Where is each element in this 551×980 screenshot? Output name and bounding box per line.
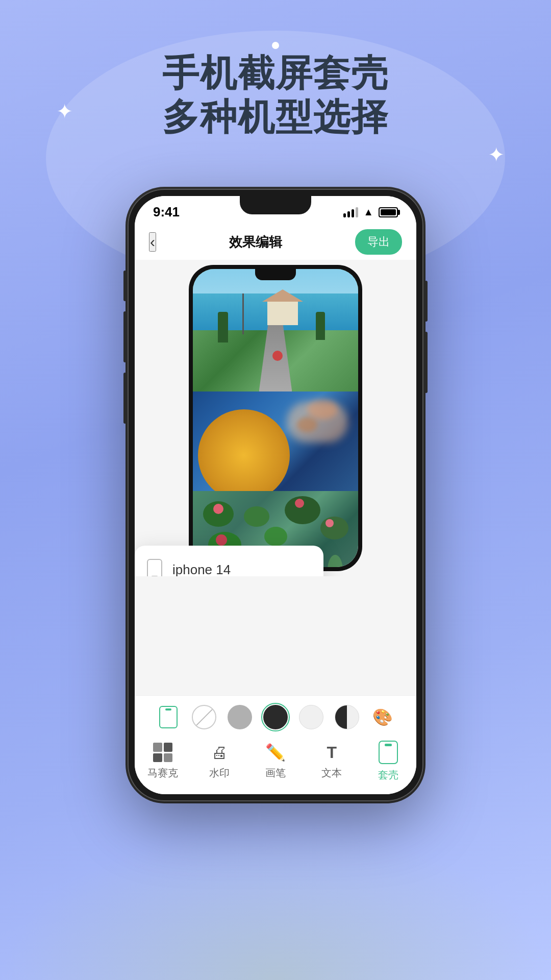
color-option-none[interactable] [192, 705, 216, 729]
phone-icon-iphone14 [147, 559, 162, 576]
tool-pen[interactable]: ✏️ 画笔 [253, 743, 298, 780]
battery-icon [379, 207, 398, 217]
tool-mosaic[interactable]: 马赛克 [140, 743, 186, 780]
bottom-toolbar: 🎨 马赛克 🖨 水印 ✏️ 画笔 [135, 695, 416, 794]
tool-watermark[interactable]: 🖨 水印 [196, 743, 242, 780]
header-title: 手机截屏套壳 多种机型选择 [0, 51, 551, 139]
mosaic-icon [153, 743, 172, 762]
device-dropdown: iphone 14 iphone 14 Plus iphone 14 Pro i… [135, 546, 323, 576]
color-option-moon[interactable] [335, 705, 359, 729]
volume-button-right [424, 332, 428, 393]
tool-row: 马赛克 🖨 水印 ✏️ 画笔 T 文本 [135, 736, 416, 794]
wifi-icon: ▲ [363, 206, 373, 218]
sparkle-right: ✦ [488, 143, 505, 166]
color-options-row: 🎨 [135, 696, 416, 736]
image-panel-2 [193, 391, 358, 491]
volume-down-button [123, 373, 127, 424]
status-time: 9:41 [153, 204, 180, 220]
tool-text[interactable]: T 文本 [309, 743, 355, 780]
export-button[interactable]: 导出 [355, 229, 402, 255]
image-panel-1 [193, 269, 358, 391]
dropdown-label-iphone14: iphone 14 [172, 562, 231, 577]
tool-label-text: 文本 [321, 766, 342, 780]
frame-icon [379, 741, 398, 764]
background-bottom [0, 827, 551, 980]
silent-switch [123, 271, 127, 301]
color-option-gray[interactable] [228, 705, 252, 729]
status-icons: ▲ [343, 206, 398, 218]
pen-icon: ✏️ [265, 743, 286, 762]
color-frame-icon[interactable] [156, 705, 181, 729]
color-option-dark[interactable] [263, 705, 288, 729]
app-title: 效果编辑 [229, 233, 282, 251]
signal-icon [343, 207, 358, 217]
tool-label-frame: 套壳 [378, 768, 398, 782]
color-option-white[interactable] [299, 705, 323, 729]
volume-up-button [123, 311, 127, 362]
tool-frame[interactable]: 套壳 [365, 741, 411, 782]
color-option-palette[interactable]: 🎨 [370, 705, 395, 729]
app-bar: ‹ 效果编辑 导出 [135, 224, 416, 260]
power-button [424, 281, 428, 322]
phone-screen: 9:41 ▲ ‹ 效果编辑 导出 [135, 196, 416, 794]
watermark-icon: 🖨 [211, 743, 228, 762]
tool-label-pen: 画笔 [265, 766, 286, 780]
tool-label-mosaic: 马赛克 [147, 766, 178, 780]
phone-mockup: 9:41 ▲ ‹ 效果编辑 导出 [128, 189, 423, 801]
back-button[interactable]: ‹ [149, 232, 156, 252]
screenshot-area: iphone 14 iphone 14 Plus iphone 14 Pro i… [135, 260, 416, 576]
dynamic-island [240, 196, 311, 214]
tool-label-watermark: 水印 [209, 766, 230, 780]
dropdown-item-iphone14[interactable]: iphone 14 [135, 550, 323, 576]
sparkle-dot [272, 42, 279, 49]
header-section: 手机截屏套壳 多种机型选择 [0, 51, 551, 139]
text-icon: T [327, 743, 337, 762]
